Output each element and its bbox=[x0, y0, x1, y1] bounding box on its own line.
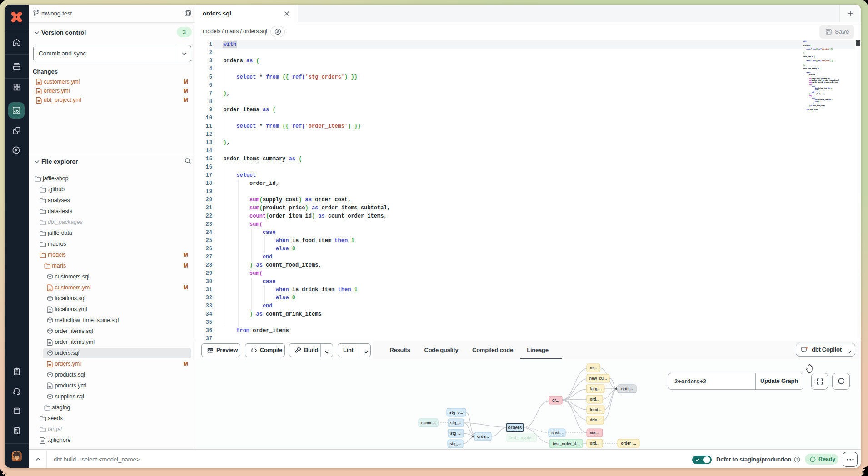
svg-text:orders: orders bbox=[508, 425, 522, 430]
svg-text:food...: food... bbox=[590, 407, 602, 412]
svg-text:orde...: orde... bbox=[621, 387, 633, 391]
svg-text:stg_o...: stg_o... bbox=[449, 410, 463, 415]
svg-text:drin...: drin... bbox=[590, 418, 600, 422]
svg-text:or...: or... bbox=[552, 398, 559, 402]
svg-text:cust...: cust... bbox=[551, 431, 563, 435]
svg-text:ord...: ord... bbox=[590, 397, 599, 402]
svg-text:ord...: ord... bbox=[590, 441, 599, 446]
svg-text:?: ? bbox=[796, 457, 798, 462]
svg-text:test_supply...: test_supply... bbox=[509, 436, 534, 440]
svg-text:ecom....: ecom.... bbox=[421, 421, 436, 425]
svg-text:stg_...: stg_... bbox=[450, 441, 461, 446]
svg-text:cus...: cus... bbox=[590, 431, 600, 435]
svg-text:order_...: order_... bbox=[621, 441, 636, 446]
svg-text:stg_...: stg_... bbox=[450, 431, 462, 436]
svg-text:test_order_it...: test_order_it... bbox=[553, 441, 579, 446]
svg-text:or...: or... bbox=[590, 366, 597, 370]
svg-text:larg...: larg... bbox=[590, 387, 601, 391]
svg-text:stg_...: stg_... bbox=[450, 421, 462, 425]
svg-text:new_cu...: new_cu... bbox=[589, 376, 607, 381]
svg-text:orde...: orde... bbox=[477, 434, 489, 439]
